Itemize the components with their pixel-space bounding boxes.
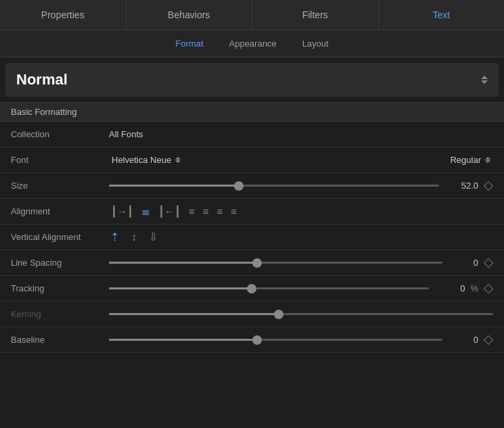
kerning-slider-fill — [109, 313, 282, 315]
align-center-button[interactable]: ≣ — [139, 205, 152, 218]
top-tabs: Properties Behaviors Filters Text — [0, 0, 504, 30]
control-collection: All Fonts — [109, 129, 493, 139]
label-alignment: Alignment — [11, 206, 109, 216]
font-family-dropdown[interactable]: Helvetica Neue — [109, 153, 183, 166]
baseline-keyframe-button[interactable] — [484, 335, 493, 345]
font-style-chevron — [485, 157, 490, 163]
font-family-chevron — [175, 157, 181, 163]
kerning-slider-track[interactable] — [109, 313, 493, 315]
label-tracking: Tracking — [11, 283, 109, 293]
font-style-value: Regular — [450, 155, 481, 165]
section-basic-formatting: Basic Formatting — [0, 102, 504, 122]
control-tracking: % — [109, 283, 493, 293]
baseline-slider-wrapper — [109, 339, 442, 341]
tracking-slider-thumb[interactable] — [247, 284, 256, 293]
align-right-button[interactable]: ┃←┃ — [156, 205, 183, 218]
baseline-diamond-icon — [484, 335, 493, 344]
size-slider-thumb[interactable] — [234, 181, 244, 191]
row-baseline: Baseline — [0, 327, 504, 353]
size-slider-wrapper — [109, 185, 439, 187]
control-vertical-alignment: ⇡ ↕ ⇩ — [109, 229, 493, 245]
label-baseline: Baseline — [11, 335, 109, 345]
line-spacing-slider-track[interactable] — [109, 262, 442, 264]
size-diamond-icon — [484, 181, 493, 190]
label-kerning: Kerning — [11, 309, 109, 319]
valign-bottom-button[interactable]: ⇩ — [147, 229, 159, 245]
style-chevron — [481, 76, 488, 84]
valign-top-button[interactable]: ⇡ — [109, 229, 120, 245]
style-dropdown[interactable]: Normal — [5, 63, 499, 97]
font-family-value: Helvetica Neue — [112, 155, 171, 165]
control-font: Helvetica Neue Regular — [109, 153, 493, 166]
label-size: Size — [11, 181, 109, 191]
subtab-layout[interactable]: Layout — [300, 37, 331, 50]
line-spacing-slider-wrapper — [109, 262, 442, 264]
control-line-spacing — [109, 258, 493, 268]
size-slider-fill — [109, 185, 241, 187]
justify-left-button[interactable]: ≡ — [187, 205, 197, 218]
justify-center-button[interactable]: ≡ — [201, 205, 211, 218]
control-baseline — [109, 335, 493, 345]
row-tracking: Tracking % — [0, 276, 504, 302]
tracking-percent-label: % — [470, 283, 478, 293]
baseline-slider-thumb[interactable] — [252, 335, 262, 345]
label-line-spacing: Line Spacing — [11, 258, 109, 268]
line-spacing-slider-thumb[interactable] — [252, 258, 262, 268]
row-kerning: Kerning — [0, 302, 504, 327]
label-font: Font — [11, 155, 109, 165]
style-label: Normal — [16, 71, 68, 89]
tracking-slider-track[interactable] — [109, 287, 429, 289]
sub-tabs: Format Appearance Layout — [0, 30, 504, 57]
tracking-diamond-icon — [484, 283, 493, 293]
control-kerning — [109, 313, 493, 315]
justify-all-button[interactable]: ≡ — [229, 205, 239, 218]
size-value-input[interactable] — [444, 181, 478, 191]
row-line-spacing: Line Spacing — [0, 250, 504, 276]
tracking-value-input[interactable] — [434, 283, 465, 293]
tracking-slider-fill — [109, 287, 253, 289]
row-collection: Collection All Fonts — [0, 122, 504, 147]
label-vertical-alignment: Vertical Alignment — [11, 232, 109, 242]
vertical-alignment-buttons: ⇡ ↕ ⇩ — [109, 229, 159, 245]
line-spacing-keyframe-button[interactable] — [484, 258, 493, 268]
justify-right-button[interactable]: ≡ — [215, 205, 225, 218]
control-size — [109, 181, 493, 191]
row-font: Font Helvetica Neue Regular — [0, 147, 504, 173]
row-size: Size — [0, 173, 504, 199]
tab-text[interactable]: Text — [379, 0, 505, 30]
baseline-slider-fill — [109, 339, 259, 341]
font-style-dropdown[interactable]: Regular — [447, 153, 493, 166]
alignment-buttons: ┃→┃ ≣ ┃←┃ ≡ ≡ ≡ ≡ — [109, 205, 239, 218]
kerning-slider-thumb[interactable] — [274, 310, 283, 319]
tab-properties[interactable]: Properties — [0, 0, 127, 30]
tab-behaviors[interactable]: Behaviors — [127, 0, 253, 30]
tracking-slider-wrapper — [109, 287, 429, 289]
size-keyframe-button[interactable] — [484, 181, 493, 191]
baseline-value-input[interactable] — [448, 335, 478, 345]
size-slider-track[interactable] — [109, 185, 439, 187]
line-spacing-slider-fill — [109, 262, 259, 264]
collection-value: All Fonts — [109, 129, 143, 139]
kerning-slider-wrapper — [109, 313, 493, 315]
tracking-keyframe-button[interactable] — [484, 284, 493, 293]
valign-middle-button[interactable]: ↕ — [130, 230, 138, 245]
align-left-button[interactable]: ┃→┃ — [109, 205, 135, 218]
line-spacing-diamond-icon — [484, 258, 493, 267]
subtab-appearance[interactable]: Appearance — [227, 37, 279, 50]
tab-filters[interactable]: Filters — [252, 0, 379, 30]
row-alignment: Alignment ┃→┃ ≣ ┃←┃ ≡ ≡ ≡ ≡ — [0, 199, 504, 224]
subtab-format[interactable]: Format — [173, 37, 206, 50]
label-collection: Collection — [11, 129, 109, 139]
control-alignment: ┃→┃ ≣ ┃←┃ ≡ ≡ ≡ ≡ — [109, 205, 493, 218]
baseline-slider-track[interactable] — [109, 339, 442, 341]
row-vertical-alignment: Vertical Alignment ⇡ ↕ ⇩ — [0, 224, 504, 250]
line-spacing-value-input[interactable] — [448, 258, 478, 268]
